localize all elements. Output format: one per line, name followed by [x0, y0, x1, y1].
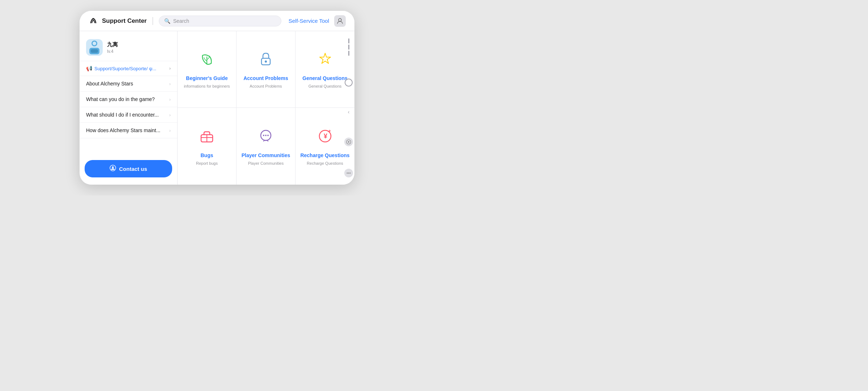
user-name: 九离	[107, 41, 118, 48]
category-card-account-problems[interactable]: Account Problems Account Problems	[237, 31, 295, 108]
svg-point-8	[265, 60, 267, 63]
svg-text:+: +	[328, 129, 331, 134]
category-subtitle: Account Problems	[250, 84, 282, 88]
category-card-bugs[interactable]: Bugs Report bugs	[178, 108, 237, 185]
panel-dots	[344, 169, 353, 177]
nav-chevron-icon: ›	[169, 97, 171, 102]
nav-item-maintenance[interactable]: How does Alchemy Stars maint... ›	[80, 123, 177, 138]
announcement-chevron-icon: ›	[169, 66, 171, 71]
right-panel: ‹	[343, 31, 354, 185]
yen-icon: ¥ +	[316, 127, 334, 148]
logo-area: Support Center	[88, 16, 147, 26]
category-grid: Beginner's Guide informations for beginn…	[177, 31, 354, 185]
app-logo-icon	[88, 16, 98, 26]
svg-point-0	[339, 18, 341, 21]
svg-point-6	[112, 167, 114, 168]
nav-chevron-icon: ›	[169, 81, 171, 87]
search-box[interactable]: 🔍 Search	[159, 16, 281, 26]
category-subtitle: Report bugs	[196, 161, 218, 165]
svg-point-14	[265, 135, 267, 136]
body: 九离 lv.4 📢 Support/Suporte/Soporte/ ψ... …	[80, 31, 354, 185]
search-placeholder: Search	[173, 18, 189, 24]
category-title: Recharge Questions	[300, 152, 349, 158]
svg-text:¥: ¥	[324, 133, 327, 140]
nav-item-label: How does Alchemy Stars maint...	[86, 127, 160, 133]
panel-bar	[348, 51, 349, 56]
panel-bar	[348, 38, 349, 43]
category-subtitle: General Questions	[309, 84, 342, 88]
category-card-beginners-guide[interactable]: Beginner's Guide informations for beginn…	[178, 31, 237, 108]
category-title: Bugs	[201, 152, 213, 158]
nav-item-label: What can you do in the game?	[86, 96, 155, 102]
sidebar: 九离 lv.4 📢 Support/Suporte/Soporte/ ψ... …	[80, 31, 177, 185]
nav-chevron-icon: ›	[169, 128, 171, 133]
nav-item-game[interactable]: What can you do in the game? ›	[80, 92, 177, 107]
header: Support Center 🔍 Search Self-Service Too…	[80, 11, 354, 31]
category-title: Beginner's Guide	[186, 75, 227, 81]
nav-item-label: What should I do if I encounter...	[86, 112, 159, 118]
header-avatar-icon[interactable]	[334, 15, 346, 27]
category-title: Account Problems	[243, 75, 288, 81]
megaphone-icon: 📢	[86, 66, 92, 71]
panel-circle2	[344, 138, 353, 146]
back-arrow-icon[interactable]: ‹	[348, 109, 350, 115]
user-info: 九离 lv.4	[107, 41, 118, 54]
contact-button-label: Contact us	[119, 166, 147, 172]
nav-chevron-icon: ›	[169, 112, 171, 118]
toolbox-icon	[198, 127, 216, 148]
nav-items: About Alchemy Stars › What can you do in…	[80, 76, 177, 156]
svg-point-13	[263, 135, 264, 136]
panel-bars	[348, 38, 349, 56]
user-level: lv.4	[107, 49, 118, 54]
svg-point-23	[350, 173, 351, 174]
self-service-link[interactable]: Self-Service Tool	[289, 18, 329, 24]
category-subtitle: Player Communities	[248, 161, 284, 165]
nav-item-about[interactable]: About Alchemy Stars ›	[80, 76, 177, 92]
lock-icon	[257, 50, 275, 71]
svg-point-22	[348, 173, 349, 174]
category-subtitle: Recharge Questions	[307, 161, 343, 165]
user-card: 九离 lv.4	[80, 35, 177, 61]
svg-point-15	[267, 135, 269, 136]
nav-item-label: About Alchemy Stars	[86, 81, 133, 87]
panel-bar	[348, 45, 349, 50]
contact-us-button[interactable]: Contact us	[85, 160, 172, 177]
category-card-player-communities[interactable]: Player Communities Player Communities	[237, 108, 295, 185]
leaf-icon	[198, 50, 216, 71]
nav-announcement[interactable]: 📢 Support/Suporte/Soporte/ ψ... ›	[80, 61, 177, 76]
category-subtitle: informations for beginners	[184, 84, 230, 88]
category-title: Player Communities	[242, 152, 290, 158]
header-divider	[153, 17, 153, 25]
panel-circle	[345, 79, 353, 87]
star-icon	[316, 50, 334, 71]
contact-icon	[110, 165, 116, 173]
chat-icon	[257, 127, 275, 148]
svg-point-21	[347, 173, 348, 174]
svg-point-20	[348, 141, 349, 143]
nav-item-encounter[interactable]: What should I do if I encounter... ›	[80, 107, 177, 123]
announcement-text: Support/Suporte/Soporte/ ψ...	[94, 66, 167, 71]
category-title: General Questions	[302, 75, 347, 81]
avatar	[86, 39, 103, 56]
search-icon: 🔍	[164, 18, 170, 24]
header-title: Support Center	[102, 17, 147, 25]
svg-point-3	[93, 42, 96, 45]
svg-rect-4	[91, 49, 98, 53]
